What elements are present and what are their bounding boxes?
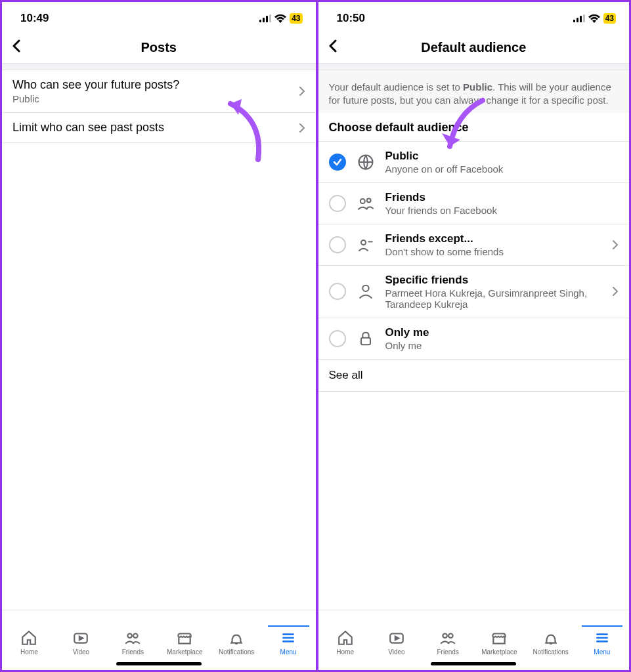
svg-point-19 bbox=[362, 285, 368, 291]
home-indicator bbox=[318, 657, 630, 670]
tab-label: Menu bbox=[594, 648, 610, 656]
tab-video[interactable]: Video bbox=[371, 629, 422, 656]
svg-point-6 bbox=[133, 634, 138, 639]
tab-marketplace[interactable]: Marketplace bbox=[473, 629, 525, 656]
svg-rect-20 bbox=[361, 337, 370, 345]
option-label: Specific friends bbox=[385, 274, 603, 287]
chevron-right-icon bbox=[612, 286, 619, 297]
see-all-button[interactable]: See all bbox=[318, 360, 630, 392]
svg-point-17 bbox=[361, 240, 366, 245]
svg-rect-0 bbox=[259, 20, 261, 22]
option-specific-friends[interactable]: Specific friends Parmeet Hora Kukreja, G… bbox=[318, 266, 630, 318]
svg-point-5 bbox=[128, 634, 133, 639]
marketplace-icon bbox=[176, 629, 193, 646]
svg-rect-2 bbox=[266, 16, 268, 22]
battery-badge: 43 bbox=[290, 13, 302, 24]
chevron-left-icon bbox=[328, 39, 337, 52]
home-icon bbox=[20, 629, 37, 646]
cellular-icon bbox=[573, 14, 585, 22]
svg-rect-3 bbox=[269, 14, 271, 22]
row-label: Who can see your future posts? bbox=[12, 78, 299, 92]
option-desc: Only me bbox=[385, 340, 619, 351]
back-button[interactable] bbox=[11, 39, 20, 56]
row-future-posts[interactable]: Who can see your future posts? Public bbox=[2, 70, 316, 113]
globe-icon bbox=[357, 153, 375, 171]
section-gap bbox=[318, 64, 630, 70]
svg-rect-12 bbox=[580, 16, 582, 22]
svg-rect-13 bbox=[583, 14, 585, 22]
tab-label: Marketplace bbox=[481, 648, 517, 656]
tab-label: Marketplace bbox=[167, 648, 202, 656]
bell-icon bbox=[228, 629, 245, 646]
option-friends-except[interactable]: Friends except... Don't show to some fri… bbox=[318, 224, 630, 266]
tab-video[interactable]: Video bbox=[55, 629, 107, 656]
svg-rect-1 bbox=[263, 18, 265, 22]
info-bold: Public bbox=[463, 81, 492, 93]
radio-selected[interactable] bbox=[329, 154, 346, 171]
tab-menu[interactable]: Menu bbox=[577, 629, 628, 656]
tab-notifications[interactable]: Notifications bbox=[525, 629, 577, 656]
friends-icon bbox=[357, 194, 375, 213]
option-friends[interactable]: Friends Your friends on Facebook bbox=[318, 183, 630, 224]
friends-except-icon bbox=[357, 236, 375, 254]
svg-point-15 bbox=[360, 199, 364, 203]
nav-header: Posts bbox=[2, 32, 316, 64]
chevron-right-icon bbox=[612, 240, 619, 250]
cellular-icon bbox=[259, 14, 271, 22]
option-label: Only me bbox=[385, 326, 619, 339]
phone-left: 10:49 43 Posts Who can see your future p… bbox=[2, 2, 316, 670]
row-limit-past[interactable]: Limit who can see past posts bbox=[2, 113, 316, 143]
svg-rect-10 bbox=[573, 20, 575, 22]
check-icon bbox=[333, 158, 342, 167]
menu-icon bbox=[280, 629, 297, 646]
svg-point-23 bbox=[448, 634, 453, 639]
tab-label: Menu bbox=[280, 648, 297, 656]
info-pre: Your default audience is set to bbox=[329, 81, 464, 93]
tab-label: Notifications bbox=[219, 648, 254, 656]
radio-unselected[interactable] bbox=[329, 236, 346, 253]
option-desc: Anyone on or off Facebook bbox=[385, 163, 619, 175]
option-desc: Don't show to some friends bbox=[385, 246, 603, 257]
row-label: Limit who can see past posts bbox=[12, 121, 299, 135]
tab-friends[interactable]: Friends bbox=[107, 629, 159, 656]
status-time: 10:49 bbox=[20, 12, 49, 25]
lock-icon bbox=[357, 329, 375, 348]
content-area: Who can see your future posts? Public Li… bbox=[2, 64, 316, 610]
chevron-right-icon bbox=[299, 123, 305, 133]
radio-unselected[interactable] bbox=[329, 330, 346, 347]
page-title: Posts bbox=[141, 40, 177, 55]
section-title: Choose default audience bbox=[318, 113, 630, 142]
svg-rect-11 bbox=[577, 18, 578, 22]
option-only-me[interactable]: Only me Only me bbox=[318, 318, 630, 360]
radio-unselected[interactable] bbox=[329, 195, 346, 212]
status-right: 43 bbox=[259, 13, 302, 24]
tab-label: Notifications bbox=[533, 648, 568, 656]
tab-home[interactable]: Home bbox=[3, 629, 55, 656]
option-desc: Parmeet Hora Kukreja, Gursimranpreet Sin… bbox=[385, 287, 603, 310]
radio-unselected[interactable] bbox=[329, 283, 346, 300]
bell-icon bbox=[542, 629, 559, 646]
option-public[interactable]: Public Anyone on or off Facebook bbox=[318, 142, 630, 183]
tab-home[interactable]: Home bbox=[320, 629, 371, 656]
friends-icon bbox=[124, 629, 141, 646]
row-sub: Public bbox=[12, 93, 299, 104]
tab-label: Video bbox=[388, 648, 404, 656]
home-icon bbox=[337, 629, 354, 646]
tab-menu[interactable]: Menu bbox=[263, 629, 315, 656]
friends-icon bbox=[439, 629, 456, 646]
content-area: Your default audience is set to Public. … bbox=[318, 64, 630, 610]
info-text: Your default audience is set to Public. … bbox=[318, 70, 630, 113]
tab-marketplace[interactable]: Marketplace bbox=[159, 629, 211, 656]
battery-badge: 43 bbox=[603, 13, 616, 24]
tab-friends[interactable]: Friends bbox=[422, 629, 473, 656]
phone-right: 10:50 43 Default audience Your default a… bbox=[316, 2, 630, 670]
tab-notifications[interactable]: Notifications bbox=[211, 629, 263, 656]
video-icon bbox=[388, 629, 405, 646]
tab-label: Friends bbox=[437, 648, 458, 656]
option-desc: Your friends on Facebook bbox=[385, 205, 619, 216]
page-title: Default audience bbox=[421, 40, 526, 55]
person-icon bbox=[357, 282, 375, 301]
back-button[interactable] bbox=[328, 39, 337, 56]
status-time: 10:50 bbox=[337, 12, 365, 25]
option-label: Friends except... bbox=[385, 232, 603, 245]
